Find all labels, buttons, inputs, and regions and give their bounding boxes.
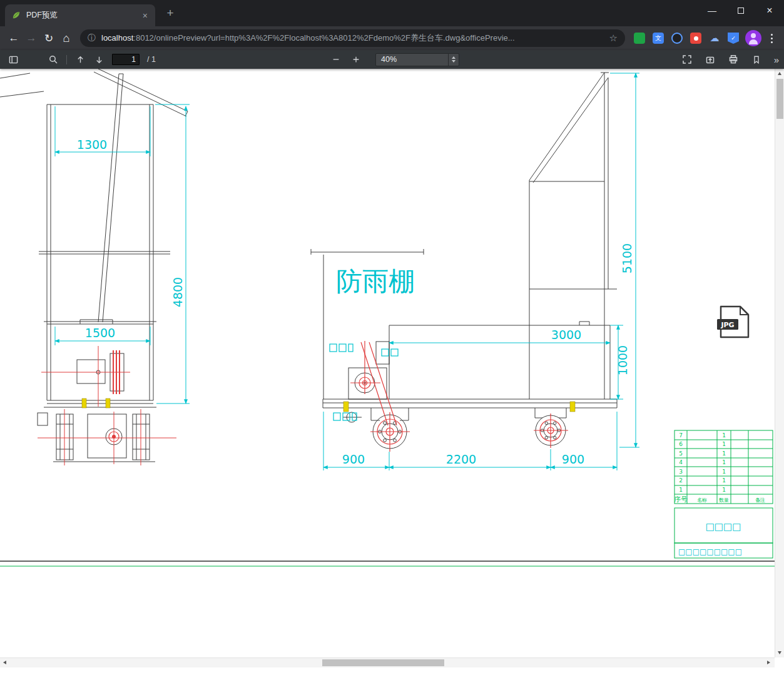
scrollbar-corner xyxy=(775,657,784,667)
extension-blue-circle-icon[interactable] xyxy=(671,33,683,44)
pdf-toolbar: / 1 40% » xyxy=(0,50,784,69)
horizontal-scroll-thumb[interactable] xyxy=(322,659,444,666)
vertical-scroll-thumb[interactable] xyxy=(776,79,783,119)
url-text: localhost:8012/onlinePreview?url=http%3A… xyxy=(101,33,604,44)
side-view-centerlines xyxy=(350,341,568,452)
tb-header-note: 备注 xyxy=(755,497,765,503)
close-button[interactable]: × xyxy=(755,0,784,21)
tab-title: PDF预览 xyxy=(26,10,141,21)
scroll-down-arrow-icon[interactable] xyxy=(778,651,781,654)
tb-header-qty: 数量 xyxy=(719,497,729,503)
dim-label-4800: 4800 xyxy=(171,277,185,307)
title-block xyxy=(675,430,773,558)
extension-red-icon[interactable] xyxy=(690,33,701,44)
tb-row-qty: 1 xyxy=(722,450,726,457)
tb-row-no: 5 xyxy=(679,450,683,457)
dim-label-2200: 2200 xyxy=(446,452,476,466)
tab-close-button[interactable]: × xyxy=(141,11,149,21)
vertical-scrollbar[interactable] xyxy=(775,69,784,657)
zoom-spinner-icon xyxy=(448,54,459,66)
minimize-button[interactable]: — xyxy=(698,0,726,21)
jpg-file-icon: JPG xyxy=(717,307,748,337)
home-button[interactable]: ⌂ xyxy=(58,29,75,47)
dim-label-900-right: 900 xyxy=(562,452,584,466)
previous-page-icon[interactable] xyxy=(74,54,86,65)
tb-row-no: 3 xyxy=(679,469,683,475)
more-tools-chevron-icon[interactable]: » xyxy=(774,55,779,64)
tb-row-qty: 1 xyxy=(722,432,726,439)
tb-row-qty: 1 xyxy=(722,469,726,475)
bookmark-icon[interactable] xyxy=(751,54,762,65)
tb-bottom-text: □□□□□□□□□ xyxy=(678,547,742,556)
window-title-bar: PDF预览 × + — × xyxy=(0,0,784,26)
page-total-label: / 1 xyxy=(147,55,156,64)
bottom-strip xyxy=(0,667,784,675)
maximize-button[interactable] xyxy=(726,0,755,21)
search-icon[interactable] xyxy=(48,54,59,65)
browser-toolbar: ← → ↻ ⌂ ⓘ localhost:8012/onlinePreview?u… xyxy=(0,26,784,50)
window-controls: — × xyxy=(698,0,784,21)
tb-row-no: 1 xyxy=(679,487,683,493)
horizontal-scrollbar-row xyxy=(0,657,784,667)
horizontal-scrollbar[interactable] xyxy=(0,657,775,667)
drawing-canvas: 1300 4800 1500 3000 1000 5100 900 2200 9… xyxy=(0,69,784,657)
dim-label-1000: 1000 xyxy=(616,345,629,375)
browser-menu-icon[interactable] xyxy=(764,31,779,46)
forward-button[interactable]: → xyxy=(23,29,40,47)
url-bar[interactable]: ⓘ localhost:8012/onlinePreview?url=http%… xyxy=(80,29,625,47)
pdf-content: 1300 4800 1500 3000 1000 5100 900 2200 9… xyxy=(0,69,784,675)
zoom-in-icon[interactable] xyxy=(350,54,362,65)
dim-label-1500: 1500 xyxy=(85,326,115,340)
browser-tab[interactable]: PDF预览 × xyxy=(5,4,155,26)
dim-label-900-left: 900 xyxy=(342,452,365,466)
url-host: localhost xyxy=(101,33,133,43)
shield-extension-icon[interactable]: ✓ xyxy=(728,33,739,44)
back-button[interactable]: ← xyxy=(5,29,23,47)
tb-row-qty: 1 xyxy=(722,459,726,465)
site-info-icon[interactable]: ⓘ xyxy=(88,33,96,44)
rain-shelter-label: 防雨棚 xyxy=(336,266,415,297)
tb-row-qty: 1 xyxy=(722,477,726,484)
refresh-button[interactable]: ↻ xyxy=(40,29,58,47)
extension-green-icon[interactable] xyxy=(634,33,645,44)
cad-drawing: 1300 4800 1500 3000 1000 5100 900 2200 9… xyxy=(0,69,775,657)
page-number-input[interactable] xyxy=(112,54,140,65)
cloud-extension-icon[interactable]: ☁ xyxy=(709,33,720,44)
dim-label-5100: 5100 xyxy=(620,243,634,273)
scroll-right-arrow-icon[interactable] xyxy=(767,661,770,664)
scroll-left-arrow-icon[interactable] xyxy=(3,661,6,664)
tab-favicon-leaf-icon xyxy=(11,11,21,20)
tb-row-no: 7 xyxy=(679,432,683,439)
fullscreen-icon[interactable] xyxy=(681,54,693,65)
profile-avatar[interactable] xyxy=(745,30,761,46)
tb-row-qty: 1 xyxy=(722,441,726,447)
tb-header-no: 序号 xyxy=(674,495,688,504)
tb-row-qty: 1 xyxy=(722,487,726,493)
sidebar-toggle-icon[interactable] xyxy=(8,54,19,65)
scroll-up-arrow-icon[interactable] xyxy=(778,72,781,75)
front-view-lines xyxy=(0,69,188,462)
tb-row-no: 4 xyxy=(679,459,683,465)
zoom-value: 40% xyxy=(376,55,448,64)
tb-header-name: 名称 xyxy=(697,497,707,503)
tb-title-text: □□□□ xyxy=(706,521,741,532)
toolbar-separator xyxy=(66,55,67,64)
bookmark-star-icon[interactable]: ☆ xyxy=(609,33,618,44)
dim-label-1300: 1300 xyxy=(77,138,107,151)
print-icon[interactable] xyxy=(728,54,739,65)
maximize-icon xyxy=(738,8,744,14)
jpg-icon-label: JPG xyxy=(720,321,734,329)
yellow-markers xyxy=(82,398,575,412)
tb-row-no: 2 xyxy=(679,477,683,484)
translate-extension-icon[interactable]: 文 xyxy=(653,33,664,44)
dim-label-3000: 3000 xyxy=(551,328,581,342)
new-tab-button[interactable]: + xyxy=(163,6,178,21)
zoom-select[interactable]: 40% xyxy=(375,53,459,66)
next-page-icon[interactable] xyxy=(93,54,104,65)
zoom-out-icon[interactable] xyxy=(330,54,342,65)
url-rest: :8012/onlinePreview?url=http%3A%2F%2Floc… xyxy=(133,33,514,43)
sheet-edges xyxy=(0,561,775,566)
tb-row-no: 6 xyxy=(679,441,683,447)
open-in-app-icon[interactable] xyxy=(705,54,716,65)
extensions-row: 文 ☁ ✓ xyxy=(634,33,739,44)
